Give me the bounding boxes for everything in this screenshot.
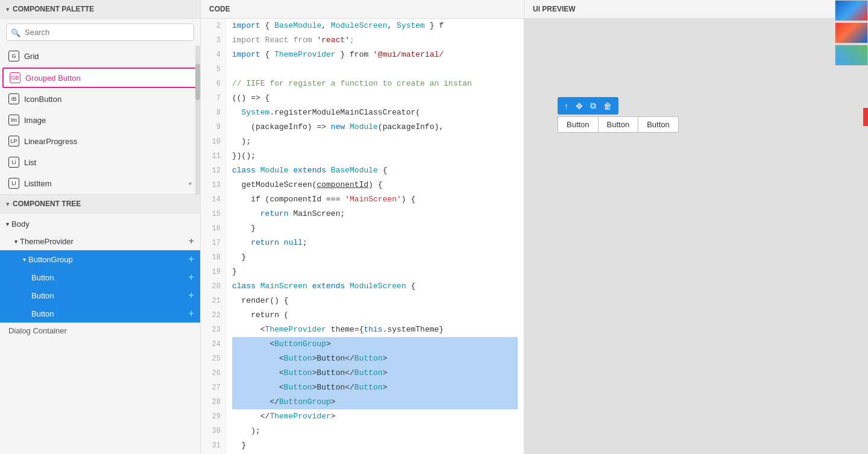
preview-header: UI PREVIEW [524,0,868,19]
code-line: import React from 'react'; [232,33,518,48]
tree-chevron-icon: ▾ [6,201,9,207]
palette-item-linearprogress[interactable]: LP LinearProgress [0,131,200,152]
line-number: 6 [201,77,221,91]
add-icon[interactable]: + [189,290,194,301]
palette-item-listitem[interactable]: LI ListItem ▾ [0,173,200,194]
preview-body: ↑ ✥ ⧉ 🗑 Button Button Button [524,19,868,454]
code-line: } [232,438,518,453]
search-box: 🔍 [6,24,194,41]
code-line: <Button>Button</Button> [232,352,518,366]
tree-item-label: Body [11,219,30,229]
tree-item-buttongroup[interactable]: ▾ ButtonGroup + [0,250,200,268]
add-icon[interactable]: + [189,254,194,265]
code-line: } [232,221,518,236]
code-line: <ButtonGroup> [232,337,518,352]
line-number: 2 [201,19,221,33]
palette-scrollbar[interactable] [195,46,200,194]
line-number: 8 [201,106,221,120]
left-panel: ▾ COMPONENT PALETTE 🔍 G Grid GB Grouped … [0,0,201,454]
palette-chevron-icon: ▾ [6,6,9,13]
themeprovider-chevron-icon: ▾ [14,238,17,245]
line-number: 26 [201,366,221,380]
line-number: 12 [201,163,221,178]
palette-item-label: List [24,158,36,167]
move-button[interactable]: ✥ [573,99,586,112]
tree-section: ▾ COMPONENT TREE ▾ Body ▾ ThemeProvider … [0,194,200,454]
tree-item-label: ThemeProvider [20,237,74,246]
code-line: (() => { [232,91,518,106]
preview-button-2[interactable]: Button [599,117,639,132]
code-line: class MainScreen extends ModuleScreen { [232,279,518,294]
code-line: render() { [232,294,518,308]
palette-item-grid[interactable]: G Grid [0,46,200,67]
line-number: 22 [201,308,221,323]
search-input[interactable] [6,24,194,41]
code-line: getModuleScreen(componentId) { [232,178,518,192]
tree-item-button-2[interactable]: Button + [0,286,200,304]
code-line: })(); [232,149,518,163]
tree-item-body[interactable]: ▾ Body [0,216,200,232]
palette-item-label: ListItem [24,179,52,188]
code-line: } [232,250,518,265]
code-content: import { BaseModule, ModuleScreen, Syste… [226,19,524,454]
line-number: 20 [201,279,221,294]
line-number: 3 [201,33,221,48]
line-number: 24 [201,337,221,352]
line-number: 27 [201,380,221,395]
code-line: (packageInfo) => new Module(packageInfo)… [232,120,518,134]
palette-item-label: IconButton [24,95,61,104]
code-line: <Button>Button</Button> [232,380,518,395]
code-line: return MainScreen; [232,207,518,221]
palette-item-grouped-button[interactable]: GB Grouped Button [2,68,198,88]
add-icon[interactable]: + [189,236,194,247]
palette-item-label: Grouped Button [25,74,81,83]
palette-item-label: Grid [24,52,39,61]
tree-item-themeprovider[interactable]: ▾ ThemeProvider + [0,232,200,250]
preview-toolbar: ↑ ✥ ⧉ 🗑 [558,97,618,115]
preview-button-3[interactable]: Button [638,117,678,132]
code-line: class Module extends BaseModule { [232,163,518,178]
tree-item-label: Button [31,273,54,282]
code-line: ); [232,424,518,438]
tree-item-button-3[interactable]: Button + [0,304,200,323]
copy-button[interactable]: ⧉ [587,99,599,112]
palette-item-iconbutton[interactable]: IB IconButton [0,89,200,110]
line-number: 15 [201,207,221,221]
code-line [232,62,518,77]
line-number: 9 [201,120,221,134]
palette-section-header[interactable]: ▾ COMPONENT PALETTE [0,0,200,19]
tree-section-header[interactable]: ▾ COMPONENT TREE [0,195,200,213]
add-icon[interactable]: + [189,308,194,319]
delete-button[interactable]: 🗑 [600,99,615,112]
line-number: 16 [201,221,221,236]
code-line: return null; [232,236,518,250]
body-chevron-icon: ▾ [6,221,9,227]
code-line: return ( [232,308,518,323]
code-body[interactable]: 2345678910111213141516171819202122232425… [201,19,524,454]
line-number: 14 [201,192,221,207]
code-line: </ButtonGroup> [232,395,518,409]
palette-item-image[interactable]: Im Image [0,110,200,131]
palette-item-list[interactable]: Li List [0,152,200,173]
tree-item-button-1[interactable]: Button + [0,268,200,286]
preview-button-1[interactable]: Button [558,117,599,132]
iconbutton-icon: IB [8,93,19,104]
line-number: 21 [201,294,221,308]
line-number: 30 [201,424,221,438]
line-number: 7 [201,91,221,106]
line-number: 23 [201,323,221,337]
search-icon: 🔍 [11,28,20,37]
preview-panel: UI PREVIEW ↑ ✥ ⧉ 🗑 Button Button Button [524,0,868,454]
tree-item-label: Button [31,291,54,300]
tree-item-label: ButtonGroup [28,255,73,264]
line-number: 25 [201,352,221,366]
move-up-button[interactable]: ↑ [561,99,571,112]
palette-list: G Grid GB Grouped Button IB IconButton I… [0,46,200,194]
preview-button-group: Button Button Button [558,116,679,133]
palette-item-label: LinearProgress [24,137,77,146]
tree-list: ▾ Body ▾ ThemeProvider + ▾ ButtonGroup +… [0,213,200,454]
tree-item-dialog-container[interactable]: Dialog Container [0,323,200,339]
line-number: 11 [201,149,221,163]
add-icon[interactable]: + [189,272,194,283]
grouped-button-icon: GB [10,72,20,83]
